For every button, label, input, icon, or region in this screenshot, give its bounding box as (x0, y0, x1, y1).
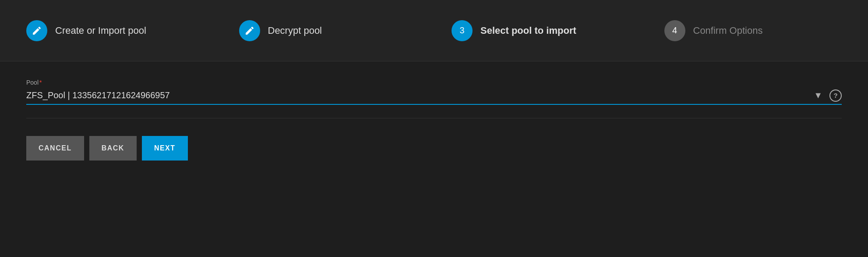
step-1-icon (26, 20, 47, 41)
step-3-label: Select pool to import (480, 25, 576, 36)
content-area: Pool* ZFS_Pool | 13356217121624966957 ▼ … (0, 61, 868, 257)
next-button[interactable]: NEXT (142, 136, 188, 161)
step-1-label: Create or Import pool (55, 25, 146, 36)
step-4: 4 Confirm Options (664, 20, 842, 41)
button-row: CANCEL BACK NEXT (26, 136, 842, 161)
pool-field-group: Pool* ZFS_Pool | 13356217121624966957 ▼ … (26, 79, 842, 105)
step-4-label: Confirm Options (693, 25, 763, 36)
pool-select-value[interactable]: ZFS_Pool | 13356217121624966957 (26, 89, 814, 102)
step-4-number: 4 (672, 25, 677, 36)
pencil-icon-2 (244, 25, 255, 36)
step-2-label: Decrypt pool (268, 25, 322, 36)
section-divider (26, 118, 842, 118)
step-2-icon (239, 20, 260, 41)
back-button[interactable]: BACK (89, 136, 137, 161)
step-3-icon: 3 (452, 20, 473, 41)
step-4-icon: 4 (664, 20, 685, 41)
step-1: Create or Import pool (26, 20, 204, 41)
pool-dropdown-arrow-icon[interactable]: ▼ (814, 90, 822, 100)
wizard-container: Create or Import pool Decrypt pool 3 Sel… (0, 0, 868, 257)
pencil-icon-1 (32, 25, 42, 36)
pool-select-wrapper[interactable]: ZFS_Pool | 13356217121624966957 ▼ ? (26, 89, 842, 105)
steps-header: Create or Import pool Decrypt pool 3 Sel… (0, 0, 868, 61)
step-3-number: 3 (459, 25, 464, 36)
step-3: 3 Select pool to import (452, 20, 629, 41)
step-2: Decrypt pool (239, 20, 417, 41)
pool-field-label: Pool* (26, 79, 842, 86)
cancel-button[interactable]: CANCEL (26, 136, 84, 161)
pool-help-icon[interactable]: ? (829, 89, 842, 102)
